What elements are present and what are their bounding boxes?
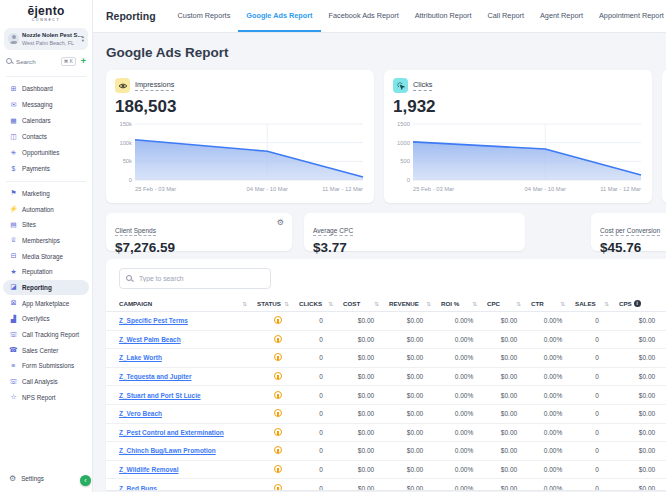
- sidebar-item-media-storage[interactable]: ⊟ Media Storage: [0, 248, 92, 264]
- marketing-icon: ⚑: [9, 189, 18, 197]
- sidebar-item-payments[interactable]: $ Payments: [0, 161, 92, 177]
- clicks-cell: 0: [299, 354, 343, 361]
- column-header-ctr[interactable]: CTR⇅: [531, 300, 575, 307]
- sidebar-item-marketing[interactable]: ⚑ Marketing: [0, 186, 92, 202]
- quick-add-button[interactable]: +: [81, 58, 86, 65]
- campaign-link-z-vero-beach[interactable]: Z_Vero Beach: [119, 410, 162, 417]
- sidebar-item-overlytics[interactable]: ▟ Overlytics: [0, 311, 92, 327]
- campaign-link-z-chinch-bug-lawn-promotion[interactable]: Z_Chinch Bug/Lawn Promotion: [119, 447, 216, 454]
- column-header-campaign[interactable]: CAMPAIGN⇅: [119, 300, 257, 307]
- sidebar-search[interactable]: Search ⌘ K +: [0, 50, 92, 72]
- sidebar-item-opportunities[interactable]: ✳ Opportunities: [0, 145, 92, 161]
- clicks-chart: 05001000150025 Feb - 03 Mar04 Mar - 10 M…: [393, 118, 643, 202]
- sidebar-item-reputation[interactable]: ★ Reputation: [0, 264, 92, 280]
- campaign-link-z-pest-control-and-extermination[interactable]: Z_Pest Control and Extermination: [119, 429, 224, 436]
- ctr-cell: 0.00%: [531, 336, 575, 343]
- report-tabs: Custom Reports Google Ads Report Faceboo…: [170, 0, 666, 32]
- sort-icon: ⇅: [604, 301, 609, 307]
- column-header-cps[interactable]: CPSi: [619, 300, 666, 307]
- tab-google-ads-report[interactable]: Google Ads Report: [238, 0, 320, 32]
- sidebar-item-call-analysis[interactable]: ☏ Call Analysis: [0, 374, 92, 390]
- account-switcher[interactable]: Nozzle Nolen Pest S... West Palm Beach, …: [4, 28, 88, 50]
- client-spends-card: Client Spends ⚙ $7,276.59: [106, 213, 292, 251]
- roi-cell: 0.00%: [441, 429, 487, 436]
- average-cpc-label: Average CPC: [313, 227, 353, 236]
- revenue-cell: $0.00: [389, 410, 441, 417]
- revenue-cell: $0.00: [389, 392, 441, 399]
- column-header-status[interactable]: STATUS⇅: [257, 300, 299, 307]
- impressions-value: 186,503: [115, 97, 365, 117]
- column-header-sales[interactable]: SALES⇅: [575, 300, 619, 307]
- roi-cell: 0.00%: [441, 410, 487, 417]
- column-header-revenue[interactable]: REVENUE⇅: [389, 300, 441, 307]
- tab-call-report[interactable]: Call Report: [479, 0, 532, 32]
- campaign-table-card: CAMPAIGN⇅ STATUS⇅ CLICKS⇅ COST⇅ REVENUE⇅…: [106, 259, 666, 490]
- table-row-z-lake-worth: Z_Lake Worth 0 $0.00 $0.00 0.00% $0.00 0…: [106, 349, 666, 368]
- tab-custom-reports[interactable]: Custom Reports: [170, 0, 239, 32]
- sidebar-item-memberships[interactable]: ♕ Memberships: [0, 233, 92, 249]
- column-header-roi[interactable]: ROI %⇅: [441, 300, 487, 307]
- sidebar-item-form-submissions[interactable]: ≡ Form Submissions: [0, 358, 92, 374]
- overlytics-icon: ▟: [9, 315, 18, 323]
- table-search-input[interactable]: [137, 274, 264, 283]
- column-header-clicks[interactable]: CLICKS⇅: [299, 300, 343, 307]
- clicks-cell: 0: [299, 410, 343, 417]
- campaign-link-z-specific-pest-terms[interactable]: Z_Specific Pest Terms: [119, 317, 188, 324]
- clicks-cell: 0: [299, 336, 343, 343]
- sidebar-collapse-button[interactable]: ‹: [80, 475, 91, 486]
- svg-text:25 Feb - 03 Mar: 25 Feb - 03 Mar: [413, 186, 454, 192]
- sidebar-item-call-tracking-report[interactable]: ☏ Call Tracking Report: [0, 327, 92, 343]
- campaign-link-z-lake-worth[interactable]: Z_Lake Worth: [119, 354, 162, 361]
- tab-agent-report[interactable]: Agent Report: [532, 0, 591, 32]
- paused-status-icon: [274, 409, 282, 417]
- cost-cell: $0.00: [343, 485, 389, 490]
- sidebar-item-app-marketplace[interactable]: ⊠ App Marketplace: [0, 295, 92, 311]
- tab-attribution-report[interactable]: Attribution Report: [407, 0, 480, 32]
- svg-text:04 Mar - 10 Mar: 04 Mar - 10 Mar: [525, 186, 566, 192]
- column-header-cpc[interactable]: CPC⇅: [487, 300, 531, 307]
- svg-text:100k: 100k: [119, 140, 132, 146]
- memberships-icon: ♕: [9, 236, 18, 244]
- cpc-cell: $0.00: [487, 336, 531, 343]
- call-tracking-report-icon: ☏: [9, 331, 18, 339]
- campaign-link-z-stuart-and-port-st-lucie[interactable]: Z_Stuart and Port St Lucie: [119, 392, 201, 399]
- sites-icon: ▤: [9, 221, 18, 229]
- sidebar-item-nps-report[interactable]: ☆ NPS Report: [0, 389, 92, 405]
- sidebar-item-sales-center[interactable]: ☎ Sales Center: [0, 342, 92, 358]
- tab-facebook-ads-report[interactable]: Facebook Ads Report: [321, 0, 407, 32]
- cps-cell: $0.00: [619, 392, 666, 399]
- campaign-link-z-west-palm-beach[interactable]: Z_West Palm Beach: [119, 336, 181, 343]
- sidebar-item-reporting[interactable]: ◪ Reporting: [3, 280, 89, 296]
- revenue-cell: $0.00: [389, 317, 441, 324]
- cpc-cell: $0.00: [487, 317, 531, 324]
- sidebar-item-contacts[interactable]: ◫ Contacts: [0, 129, 92, 145]
- campaign-link-z-bed-bugs[interactable]: Z_Bed Bugs: [119, 485, 157, 490]
- campaign-link-z-wildlife-removal[interactable]: Z_Wildlife Removal: [119, 466, 179, 473]
- sidebar-item-calendars[interactable]: ▦ Calendars: [0, 113, 92, 129]
- campaign-link-z-tequesta-and-jupiter[interactable]: Z_Tequesta and Jupiter: [119, 373, 191, 380]
- form-submissions-icon: ≡: [9, 362, 18, 369]
- cps-cell: $0.00: [619, 317, 666, 324]
- column-header-cost[interactable]: COST⇅: [343, 300, 389, 307]
- cpc-cell: $0.00: [487, 410, 531, 417]
- svg-text:1000: 1000: [397, 140, 410, 146]
- cpc-cell: $0.00: [487, 485, 531, 490]
- impressions-label: Impressions: [135, 80, 174, 91]
- brand-logo: ējento CONNECT: [0, 0, 92, 25]
- sidebar-item-automation[interactable]: ⚡ Automation: [0, 201, 92, 217]
- sidebar-item-messaging[interactable]: ✉ Messaging: [0, 97, 92, 113]
- sidebar-item-settings[interactable]: Settings: [21, 475, 44, 482]
- clicks-cell: 0: [299, 466, 343, 473]
- sort-icon: ⇅: [328, 301, 333, 307]
- table-row-z-vero-beach: Z_Vero Beach 0 $0.00 $0.00 0.00% $0.00 0…: [106, 405, 666, 424]
- cost-cell: $0.00: [343, 392, 389, 399]
- sidebar-item-dashboard[interactable]: ⊞ Dashboard: [0, 81, 92, 97]
- brand-logo-subtext: CONNECT: [0, 18, 92, 22]
- cpc-cell: $0.00: [487, 373, 531, 380]
- gear-icon[interactable]: ⚙: [277, 218, 284, 227]
- cps-cell: $0.00: [619, 466, 666, 473]
- info-icon[interactable]: i: [634, 300, 641, 307]
- sidebar-item-sites[interactable]: ▤ Sites: [0, 217, 92, 233]
- tab-appointment-report[interactable]: Appointment Report: [591, 0, 666, 32]
- roi-cell: 0.00%: [441, 466, 487, 473]
